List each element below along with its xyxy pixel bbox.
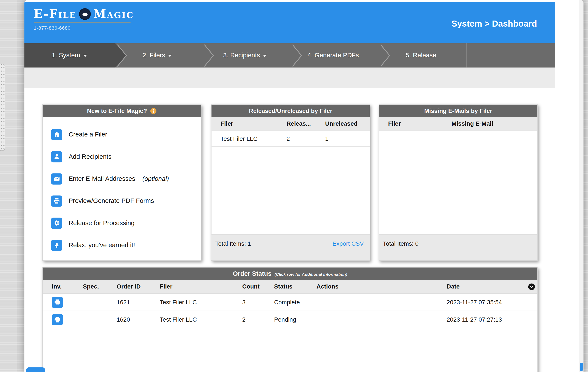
phone-number: 1-877-836-6680: [34, 25, 134, 31]
status-cell: Complete: [274, 299, 316, 306]
filer-cell: Test Filer LLC: [160, 299, 242, 306]
dashboard-main: New to E-File Magic? Create a Fil: [24, 88, 555, 372]
nav-divider: [466, 43, 466, 67]
order-row[interactable]: 1621 Test Filer LLC 3 Complete 2023-11-2…: [43, 294, 537, 311]
window-scrollbar[interactable]: [579, 0, 583, 372]
status-cell: Pending: [274, 316, 316, 323]
logo-text-magic: Magic: [93, 8, 134, 20]
order-status-header: Order Status (Click row for Additional I…: [43, 267, 537, 280]
panel-getting-started-header: New to E-File Magic?: [43, 105, 201, 117]
col-spec: Spec.: [83, 283, 116, 290]
desktop: E-File Magic 1-877-836-6680 System > Das…: [0, 0, 588, 372]
order-status-title: Order Status: [233, 270, 272, 277]
caret-down-icon: [263, 55, 267, 57]
released-cell: 2: [286, 135, 325, 142]
invoice-print-button[interactable]: [52, 297, 63, 308]
app-header: E-File Magic 1-877-836-6680 System > Das…: [24, 2, 555, 43]
nav-step-filers[interactable]: 2. Filers: [142, 43, 172, 67]
missing-footer: Total Items: 0: [379, 234, 537, 260]
export-csv-link[interactable]: Export CSV: [333, 241, 364, 247]
col-filer: Filer: [388, 120, 451, 127]
date-cell: 2023-11-27 07:27:13: [447, 316, 525, 323]
col-actions: Actions: [316, 283, 447, 290]
breadcrumb: System > Dashboard: [451, 19, 537, 29]
count-cell: 3: [242, 299, 274, 306]
panel-order-status: Order Status (Click row for Additional I…: [42, 267, 538, 372]
column-menu-chevron-icon[interactable]: [528, 283, 535, 290]
panel-getting-started: New to E-File Magic? Create a Fil: [42, 104, 201, 261]
panel-missing-emails: Missing E-Mails by Filer Filer Missing E…: [379, 104, 538, 261]
brand-logo: E-File Magic 1-877-836-6680: [34, 8, 134, 31]
col-unreleased: Unreleased: [325, 120, 370, 127]
chat-widget-tab[interactable]: [26, 367, 45, 372]
page-content: E-File Magic 1-877-836-6680 System > Das…: [24, 2, 555, 372]
panel-missing-header: Missing E-Mails by Filer: [379, 105, 537, 117]
logo-underline: [34, 22, 131, 22]
nav-step-generate-pdfs[interactable]: 4. Generate PDFs: [307, 43, 359, 67]
date-cell: 2023-11-27 07:35:54: [447, 299, 525, 306]
logo-text-efile: E-File: [34, 8, 76, 20]
caret-down-icon: [168, 55, 172, 57]
nav-separator-chevron-icon: [291, 44, 303, 67]
col-status: Status: [274, 283, 316, 290]
released-footer: Total Items: 1 Export CSV: [211, 234, 370, 260]
nav-separator-chevron-icon: [116, 44, 128, 67]
quickstart-add-recipients[interactable]: Add Recipients: [51, 146, 201, 168]
filer-cell: Test Filer LLC: [220, 135, 286, 142]
col-filer: Filer: [220, 120, 286, 127]
user-icon: [51, 151, 62, 162]
missing-table-header: Filer Missing E-Mail: [379, 117, 537, 131]
order-row[interactable]: 1620 Test Filer LLC 2 Pending 2023-11-27…: [43, 311, 537, 328]
info-icon[interactable]: [150, 107, 157, 114]
quickstart-relax[interactable]: Relax, you've earned it!: [51, 234, 201, 256]
nav-step-system[interactable]: 1. System: [24, 43, 126, 67]
col-missing-email: Missing E-Mail: [452, 120, 537, 127]
page-right-gutter: [555, 0, 579, 372]
col-order-id: Order ID: [116, 283, 159, 290]
quickstart-generate-pdfs[interactable]: Preview/Generate PDF Forms: [51, 190, 201, 212]
panel-released-by-filer: Released/Unreleased by Filer Filer Relea…: [211, 104, 370, 261]
col-filer: Filer: [160, 283, 242, 290]
envelope-icon: [51, 173, 62, 184]
step-nav: 1. System 2. Filers 3. Recipients 4. Gen…: [24, 43, 555, 67]
released-table-row[interactable]: Test Filer LLC 2 1: [211, 131, 370, 147]
total-items-label: Total Items: 0: [383, 241, 419, 247]
invoice-print-button[interactable]: [52, 314, 63, 325]
quickstart-enter-emails[interactable]: Enter E-Mail Addresses (optional): [51, 168, 201, 190]
nav-step-release[interactable]: 5. Release: [406, 43, 436, 67]
browser-window: E-File Magic 1-877-836-6680 System > Das…: [24, 0, 583, 372]
scrollbar-thumb[interactable]: [580, 363, 583, 371]
screen: E-File Magic 1-877-836-6680 System > Das…: [0, 0, 588, 372]
col-count: Count: [242, 283, 274, 290]
nav-step-recipients[interactable]: 3. Recipients: [223, 43, 267, 67]
col-inv: Inv.: [52, 283, 83, 290]
home-icon: [51, 129, 62, 140]
gear-icon: [51, 217, 62, 229]
quickstart-release[interactable]: Release for Processing: [51, 212, 201, 234]
count-cell: 2: [242, 316, 274, 323]
released-table-header: Filer Releas... Unreleased: [211, 117, 370, 131]
order-status-subtitle: (Click row for Additional Information): [274, 272, 347, 277]
quickstart-create-filer[interactable]: Create a Filer: [51, 124, 201, 146]
col-date: Date: [447, 283, 525, 290]
unreleased-cell: 1: [325, 135, 370, 142]
total-items-label: Total Items: 1: [215, 241, 251, 247]
col-released: Releas...: [286, 120, 325, 127]
caret-down-icon: [83, 55, 87, 57]
orders-table-header: Inv. Spec. Order ID Filer Count Status A…: [43, 280, 537, 294]
order-id-cell: 1621: [116, 299, 159, 306]
tree-icon: [51, 240, 62, 251]
printer-icon: [51, 195, 62, 207]
order-id-cell: 1620: [116, 316, 159, 323]
logo-globe-icon: [79, 8, 91, 20]
filer-cell: Test Filer LLC: [160, 316, 242, 323]
panel-released-header: Released/Unreleased by Filer: [211, 105, 370, 117]
desktop-drag-handle[interactable]: [0, 64, 5, 151]
nav-separator-chevron-icon: [203, 44, 215, 67]
subnav-strip: [24, 67, 555, 88]
optional-note: (optional): [142, 175, 169, 182]
nav-separator-chevron-icon: [379, 44, 391, 67]
